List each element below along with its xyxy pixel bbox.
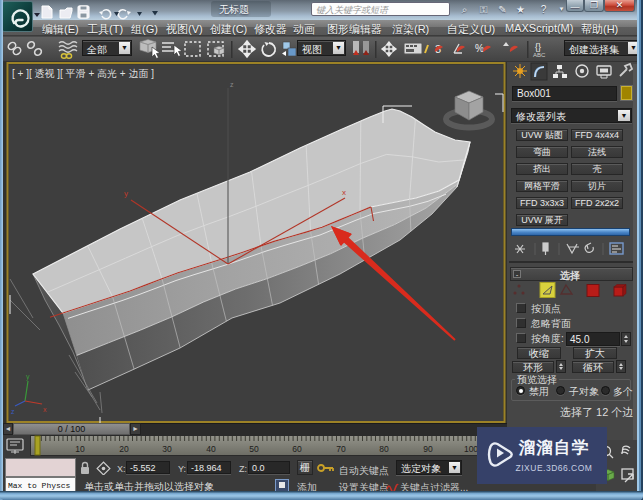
svg-text:[ + ][ 透视 ][ 平滑 + 高光 + 边面 ]: [ + ][ 透视 ][ 平滑 + 高光 + 边面 ] [12,68,154,79]
svg-text:z: z [230,81,234,88]
svg-text:70: 70 [336,444,346,454]
svg-text:10: 10 [75,444,85,454]
svg-text:y: y [26,373,30,381]
svg-text:ABC: ABC [533,52,546,58]
svg-text:50: 50 [249,444,259,454]
svg-text:90: 90 [423,444,433,454]
svg-text:{}: {} [535,42,541,52]
svg-text:ZIXUE.3D66.COM: ZIXUE.3D66.COM [516,463,593,473]
svg-text:溜溜自学: 溜溜自学 [518,438,589,456]
svg-text:x: x [342,188,346,197]
svg-text:30: 30 [162,444,172,454]
svg-text:20: 20 [119,444,129,454]
svg-text:x: x [43,406,47,413]
svg-text:80: 80 [379,444,389,454]
svg-text:60: 60 [292,444,302,454]
svg-text:y: y [124,189,128,198]
svg-text:%: % [475,43,484,54]
svg-text:z: z [11,408,15,415]
svg-text:40: 40 [206,444,216,454]
